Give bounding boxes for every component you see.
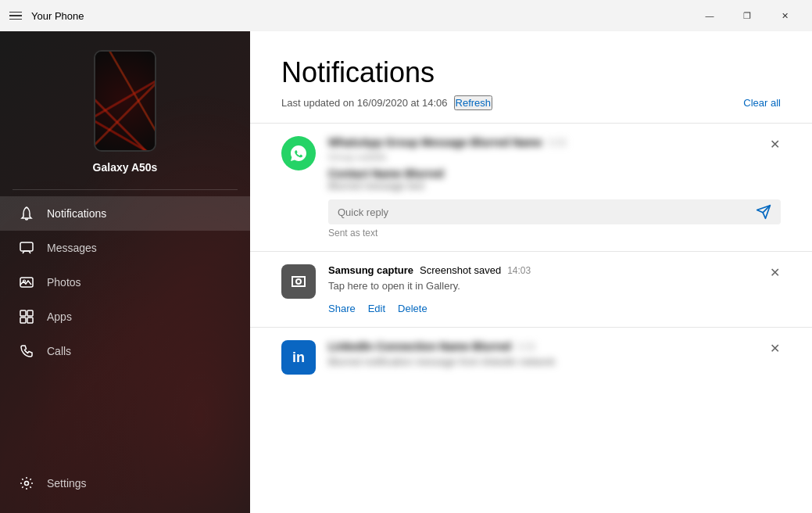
nav-items: Notifications Messages [0,190,250,460]
svg-rect-5 [20,317,26,323]
device-section: Galaxy A50s [0,31,250,189]
samsung-actions: Share Edit Delete [328,303,781,314]
close-button[interactable]: ✕ [767,3,803,28]
bell-icon [19,206,34,221]
phone-screen [95,52,155,150]
device-name: Galaxy A50s [93,161,158,174]
whatsapp-sender-row: WhatsApp Group Message Blurred Name 1:11… [328,136,781,192]
sidebar-item-settings[interactable]: Settings [0,466,250,500]
samsung-notification-title: Screenshot saved [420,264,501,276]
header-row: Last updated on 16/09/2020 at 14:06 Refr… [281,95,781,110]
reply-hint: Sent as text [328,228,781,239]
chat-icon [19,240,34,256]
sidebar-content: Galaxy A50s Notifications [0,31,250,513]
reply-input[interactable] [338,206,749,218]
linkedin-time: 1:11 [517,341,535,352]
action-share-button[interactable]: Share [328,303,356,314]
apps-icon [19,309,34,325]
notification-inner: WhatsApp Group Message Blurred Name 1:11… [281,136,781,239]
sidebar-bottom: Settings [0,460,250,513]
titlebar: Your Phone — ❐ ✕ [0,0,812,31]
samsung-title-row: Samsung capture Screenshot saved 14:03 [328,264,781,276]
sidebar-item-photos[interactable]: Photos [0,265,250,300]
svg-rect-3 [20,310,26,316]
samsung-capture-icon [281,264,316,299]
notifications-list: ✕ WhatsApp Group Message Blurred Name 1:… [250,123,812,513]
samsung-body-text: Tap here to open it in Gallery. [328,279,781,293]
refresh-button[interactable]: Refresh [454,95,493,110]
samsung-inner: Samsung capture Screenshot saved 14:03 T… [281,264,781,314]
svg-rect-0 [20,242,33,251]
linkedin-app-row: LinkedIn Connection Name Blurred 1:11 [328,340,781,353]
sidebar-item-apps[interactable]: Apps [0,300,250,334]
titlebar-left: Your Phone [9,10,84,22]
linkedin-sender: LinkedIn Connection Name Blurred [328,340,511,353]
sidebar: Galaxy A50s Notifications [0,31,250,513]
whatsapp-sub: Group subtitle [328,152,781,163]
last-updated-text: Last updated on 16/09/2020 at 14:06 [281,97,448,109]
settings-label: Settings [47,477,87,490]
sidebar-item-calls[interactable]: Calls [0,334,250,368]
whatsapp-body: WhatsApp Group Message Blurred Name 1:11… [328,136,781,239]
whatsapp-sender: WhatsApp Group Message Blurred Name [328,136,542,149]
last-updated: Last updated on 16/09/2020 at 14:06 Refr… [281,95,492,110]
svg-rect-4 [27,310,33,316]
svg-point-7 [25,482,29,486]
main-content: Notifications Last updated on 16/09/2020… [250,31,812,513]
maximize-button[interactable]: ❐ [729,3,765,28]
phone-icon [19,343,34,359]
notification-linkedin: ✕ in LinkedIn Connection Name Blurred 1:… [250,327,812,387]
svg-rect-6 [27,317,33,323]
phone-preview [94,50,156,152]
whatsapp-message: Contact Name Blurred [328,167,781,180]
app-body: Galaxy A50s Notifications [0,31,812,513]
app-title: Your Phone [31,10,84,22]
window-controls: — ❐ ✕ [692,3,803,28]
notification-samsung-capture: ✕ Samsung capture Screenshot saved 14:03 [250,251,812,327]
action-delete-button[interactable]: Delete [398,303,427,314]
action-edit-button[interactable]: Edit [368,303,385,314]
notifications-header: Notifications Last updated on 16/09/2020… [250,31,812,123]
photo-icon [19,274,34,290]
page-title: Notifications [281,56,781,89]
minimize-button[interactable]: — [692,3,728,28]
samsung-body: Samsung capture Screenshot saved 14:03 T… [328,264,781,314]
whatsapp-icon [281,136,316,170]
whatsapp-msg-text: Blurred message text [328,180,781,192]
whatsapp-time: 1:11 [549,137,567,148]
send-reply-button[interactable] [756,204,771,220]
notifications-label: Notifications [47,207,106,220]
sidebar-item-notifications[interactable]: Notifications [0,196,250,231]
notification-whatsapp: ✕ WhatsApp Group Message Blurred Name 1:… [250,123,812,251]
whatsapp-app-row: WhatsApp Group Message Blurred Name 1:11 [328,136,781,149]
hamburger-menu[interactable] [9,12,22,20]
samsung-time: 14:03 [507,265,531,276]
messages-label: Messages [47,242,97,254]
linkedin-content: LinkedIn Connection Name Blurred 1:11 Bl… [328,340,781,368]
linkedin-icon: in [281,340,316,375]
apps-label: Apps [47,310,72,323]
photos-label: Photos [47,276,81,289]
reply-area: Sent as text [328,199,781,239]
reply-input-row [328,199,781,224]
samsung-app-name: Samsung capture [328,264,413,276]
linkedin-inner: in LinkedIn Connection Name Blurred 1:11… [281,340,781,375]
clear-all-button[interactable]: Clear all [743,97,781,109]
linkedin-message: Blurred notification message from linked… [328,356,781,368]
calls-label: Calls [47,345,71,357]
close-notification-samsung[interactable]: ✕ [765,263,784,282]
sidebar-item-messages[interactable]: Messages [0,231,250,265]
phone-wallpaper [95,52,155,150]
gear-icon [19,475,34,491]
linkedin-body: LinkedIn Connection Name Blurred 1:11 Bl… [328,340,781,368]
